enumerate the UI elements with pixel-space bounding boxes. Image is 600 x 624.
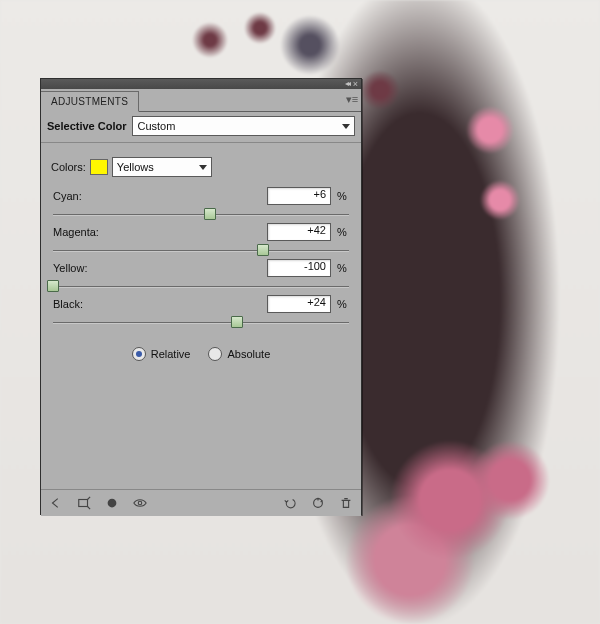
yellow-input[interactable]: -100	[267, 259, 331, 277]
color-swatch	[90, 159, 108, 175]
clip-to-layer-icon[interactable]	[101, 493, 123, 513]
reset-icon[interactable]	[307, 493, 329, 513]
pct-label: %	[337, 190, 349, 202]
black-slider-thumb[interactable]	[231, 316, 243, 328]
radio-absolute-label: Absolute	[227, 348, 270, 360]
method-row: Relative Absolute	[41, 329, 361, 361]
cyan-input[interactable]: +6	[267, 187, 331, 205]
pct-label: %	[337, 226, 349, 238]
trash-icon[interactable]	[335, 493, 357, 513]
radio-relative-control[interactable]	[132, 347, 146, 361]
radio-relative[interactable]: Relative	[132, 347, 191, 361]
panel-tabs: ADJUSTMENTS ▾≡	[41, 89, 361, 112]
magenta-input[interactable]: +42	[267, 223, 331, 241]
panel-footer	[41, 489, 361, 516]
pct-label: %	[337, 298, 349, 310]
colors-label: Colors:	[51, 161, 86, 173]
colors-dropdown[interactable]: Yellows	[112, 157, 212, 177]
back-arrow-icon[interactable]	[45, 493, 67, 513]
panel-menu-icon[interactable]: ▾≡	[345, 92, 359, 106]
black-label: Black:	[53, 298, 83, 310]
cyan-slider-track[interactable]	[53, 207, 349, 221]
yellow-slider-thumb[interactable]	[47, 280, 59, 292]
tab-adjustments[interactable]: ADJUSTMENTS	[41, 91, 139, 112]
svg-rect-0	[79, 500, 88, 507]
svg-point-2	[138, 501, 142, 505]
radio-absolute-control[interactable]	[208, 347, 222, 361]
magenta-slider-block: Magenta: +42 %	[41, 221, 361, 257]
colors-row: Colors: Yellows	[41, 143, 361, 185]
cyan-label: Cyan:	[53, 190, 82, 202]
magenta-label: Magenta:	[53, 226, 99, 238]
black-input[interactable]: +24	[267, 295, 331, 313]
chevron-down-icon	[199, 165, 207, 170]
svg-point-1	[108, 499, 117, 508]
previous-state-icon[interactable]	[279, 493, 301, 513]
radio-absolute[interactable]: Absolute	[208, 347, 270, 361]
panel-body: Selective Color Custom Colors: Yellows C…	[41, 112, 361, 489]
cyan-slider-block: Cyan: +6 %	[41, 185, 361, 221]
adjustment-name-label: Selective Color	[47, 120, 126, 132]
preset-row: Selective Color Custom	[41, 112, 361, 143]
collapse-chevrons-icon[interactable]: ◂◂	[345, 81, 349, 87]
cyan-slider-thumb[interactable]	[204, 208, 216, 220]
yellow-label: Yellow:	[53, 262, 87, 274]
radio-relative-label: Relative	[151, 348, 191, 360]
close-icon[interactable]: ×	[353, 81, 358, 87]
preset-dropdown[interactable]: Custom	[132, 116, 355, 136]
panel-titlebar[interactable]: ◂◂ ×	[41, 79, 361, 89]
preset-value: Custom	[137, 120, 175, 132]
adjustments-panel: ◂◂ × ADJUSTMENTS ▾≡ Selective Color Cust…	[40, 78, 362, 515]
magenta-slider-track[interactable]	[53, 243, 349, 257]
chevron-down-icon	[342, 124, 350, 129]
pct-label: %	[337, 262, 349, 274]
magenta-slider-thumb[interactable]	[257, 244, 269, 256]
yellow-slider-block: Yellow: -100 %	[41, 257, 361, 293]
black-slider-track[interactable]	[53, 315, 349, 329]
colors-value: Yellows	[117, 161, 154, 173]
expand-view-icon[interactable]	[73, 493, 95, 513]
yellow-slider-track[interactable]	[53, 279, 349, 293]
black-slider-block: Black: +24 %	[41, 293, 361, 329]
visibility-eye-icon[interactable]	[129, 493, 151, 513]
